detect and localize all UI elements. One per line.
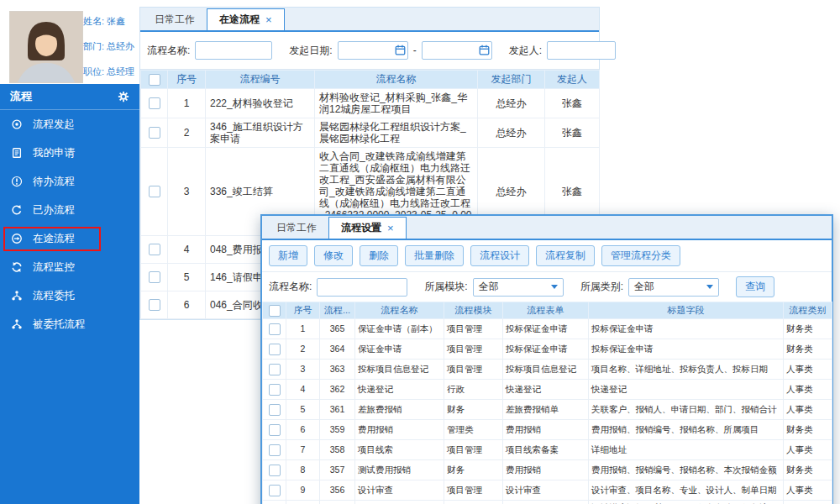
sidebar-item-delegate[interactable]: 流程委托: [0, 281, 139, 310]
table-row[interactable]: 2346_施工组织设计方案申请晨铭园林绿化工程组织设计方案_晨铭园林绿化工程总经…: [141, 118, 600, 148]
sidebar-item-delegated[interactable]: 被委托流程: [0, 310, 139, 339]
cell-no: 4: [286, 380, 320, 400]
sidebar-item-todo[interactable]: 待办流程: [0, 167, 139, 196]
gear-icon[interactable]: [118, 91, 129, 102]
toolbar-button-delete[interactable]: 删除: [360, 245, 398, 266]
table-header-row: 序号流程...流程名称流程模块流程表单标题字段流程类别: [263, 302, 832, 319]
cell-module: 项目管理: [444, 480, 503, 501]
cell-category: 人事类: [784, 400, 832, 420]
search-button[interactable]: 查询: [736, 276, 774, 297]
table-row[interactable]: 10355设计进度汇报项目管理设计进度汇报设计进度汇报、所属项目、任务名称、任务…: [263, 501, 832, 504]
tab-daily-work[interactable]: 日常工作: [265, 218, 328, 239]
profile-position: 职位: 总经理: [83, 66, 134, 78]
column-header: 流程...: [320, 302, 355, 319]
cell-fields: 投标保证金申请: [589, 319, 784, 339]
cell-code: 365: [320, 319, 355, 339]
cell-no: 5: [286, 400, 320, 420]
sidebar-item-label: 待办流程: [33, 175, 75, 189]
cell-name: 差旅费报销: [355, 400, 444, 420]
checkbox[interactable]: [269, 404, 281, 416]
process-name-label: 流程名称:: [147, 44, 190, 58]
toolbar-button-manage-category[interactable]: 管理流程分类: [601, 245, 680, 266]
sidebar-item-start[interactable]: 流程发起: [0, 110, 139, 139]
cell-code: 363: [320, 360, 355, 380]
cell-no: 6: [168, 291, 206, 319]
category-select[interactable]: 全部: [628, 278, 719, 297]
toolbar-button-edit[interactable]: 修改: [314, 245, 353, 266]
sidebar-item-label: 已办流程: [33, 203, 75, 218]
cell-fields: 投标保证金申请: [589, 339, 784, 360]
tab-label: 日常工作: [155, 9, 195, 30]
initiator-input[interactable]: [547, 41, 616, 60]
cell-name: 设计进度汇报: [355, 501, 444, 504]
calendar-icon[interactable]: [395, 45, 406, 55]
cell-fields: 快递登记: [589, 380, 784, 400]
cell-name: 费用报销: [355, 420, 444, 440]
table-row[interactable]: 7358项目线索项目管理项目线索备案详细地址人事类: [263, 440, 832, 460]
checkbox[interactable]: [269, 485, 281, 496]
checkbox[interactable]: [269, 305, 281, 317]
cell-fields: 设计审查、项目名称、专业、设计人、制单日期: [589, 480, 784, 501]
table-row[interactable]: 2364保证金申请项目管理投标保证金申请投标保证金申请财务类: [263, 339, 832, 360]
checkbox[interactable]: [269, 424, 281, 436]
sidebar-item-monitor[interactable]: 流程监控: [0, 253, 139, 281]
checkbox[interactable]: [149, 271, 160, 283]
cell-no: 3: [168, 148, 206, 236]
sidebar-item-my-applications[interactable]: 我的申请: [0, 139, 139, 167]
checkbox[interactable]: [269, 384, 281, 396]
cell-name: 材料验收登记_材料采购_张鑫_华润12城房屋工程项目: [315, 89, 478, 118]
checkbox[interactable]: [269, 344, 281, 355]
tab-in-transit[interactable]: 在途流程×: [207, 8, 285, 30]
refresh-icon: [11, 204, 25, 216]
cell-no: 2: [168, 118, 206, 148]
checkbox[interactable]: [149, 244, 160, 255]
process-name-input[interactable]: [195, 41, 272, 60]
tab-close-icon[interactable]: ×: [265, 9, 272, 30]
table-row[interactable]: 1222_材料验收登记材料验收登记_材料采购_张鑫_华润12城房屋工程项目总经办…: [141, 89, 600, 118]
cell-form: 项目线索备案: [503, 440, 589, 460]
toolbar-button-add[interactable]: 新增: [269, 245, 307, 266]
table-row[interactable]: 5361差旅费报销财务差旅费报销单关联客户、报销人、申请日期、部门、报销合计人事…: [263, 400, 832, 420]
sidebar-item-in-transit[interactable]: 在途流程: [0, 224, 139, 253]
tab-daily-work[interactable]: 日常工作: [143, 9, 207, 30]
toolbar-button-process-design[interactable]: 流程设计: [470, 245, 529, 266]
table-row[interactable]: 9356设计审查项目管理设计审查设计审查、项目名称、专业、设计人、制单日期人事类: [263, 480, 832, 501]
date-from-field: [338, 41, 408, 60]
table-header-row: 序号流程编号流程名称发起部门发起人: [141, 71, 600, 89]
module-select-value: 全部: [479, 280, 499, 294]
process-name-input[interactable]: [317, 278, 407, 297]
checkbox[interactable]: [149, 74, 160, 86]
sidebar-item-done[interactable]: 已办流程: [0, 196, 139, 224]
cell-module: 项目管理: [444, 319, 503, 339]
category-label: 所属类别:: [580, 280, 623, 294]
cell-name: 投标项目信息登记: [355, 360, 444, 380]
calendar-icon[interactable]: [479, 45, 490, 55]
cell-no: 6: [286, 420, 320, 440]
table-row[interactable]: 3363投标项目信息登记项目管理投标项目信息登记项目名称、详细地址、投标负责人、…: [263, 360, 832, 380]
tab-process-settings[interactable]: 流程设置×: [328, 217, 407, 239]
checkbox[interactable]: [149, 186, 160, 197]
checkbox[interactable]: [269, 465, 281, 476]
cell-person: 张鑫: [545, 89, 600, 118]
org-icon: [11, 318, 25, 330]
table-row[interactable]: 8357测试费用报销财务费用报销费用报销、报销编号、报销名称、本次报销金额财务类: [263, 460, 832, 480]
checkbox[interactable]: [149, 127, 160, 139]
table-row[interactable]: 6359费用报销管理类费用报销费用报销、报销编号、报销名称、所属项目财务类: [263, 420, 832, 440]
chevron-down-icon: [551, 285, 558, 289]
cell-form: 投标项目信息登记: [503, 360, 589, 380]
module-label: 所属模块:: [424, 280, 467, 294]
tab-close-icon[interactable]: ×: [387, 218, 394, 239]
toolbar-button-process-copy[interactable]: 流程复制: [536, 245, 595, 266]
table-row[interactable]: 4362快递登记行政快递登记快递登记人事类: [263, 380, 832, 400]
checkbox[interactable]: [269, 444, 281, 456]
checkbox[interactable]: [269, 364, 281, 375]
checkbox[interactable]: [149, 97, 160, 109]
tab-label: 流程设置: [341, 218, 381, 239]
cell-fields: 费用报销、报销编号、报销名称、本次报销金额: [589, 460, 784, 480]
sidebar-menu: 流程发起我的申请待办流程已办流程在途流程流程监控流程委托被委托流程: [0, 110, 139, 339]
toolbar-button-batch-delete[interactable]: 批量删除: [405, 245, 464, 266]
checkbox[interactable]: [149, 299, 160, 311]
checkbox[interactable]: [269, 323, 281, 335]
module-select[interactable]: 全部: [473, 278, 564, 297]
table-row[interactable]: 1365保证金申请（副本）项目管理投标保证金申请投标保证金申请财务类: [263, 319, 832, 339]
